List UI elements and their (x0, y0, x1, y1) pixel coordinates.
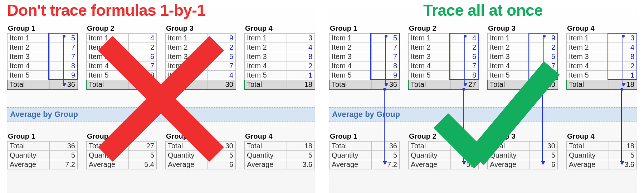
table-row: Item 35 (488, 52, 558, 61)
summary-quantity-value[interactable]: 5 (49, 151, 77, 160)
item-value-cell[interactable]: 5 (208, 52, 235, 61)
summary-average-value[interactable]: 7.2 (49, 160, 77, 169)
panel-right: Trace all at once Group 1Item 15Item 27I… (322, 0, 644, 193)
item-label: Item 2 (567, 43, 609, 52)
table-row: Item 37 (8, 52, 78, 61)
summary-quantity-value[interactable]: 5 (208, 151, 235, 160)
group-block: Group 3Item 19Item 22Item 35Item 47Item … (487, 24, 558, 89)
summary-block: Group 2Total27Quantity5Average5.4 (408, 132, 479, 169)
group-title: Group 4 (244, 24, 315, 33)
item-value-cell[interactable]: 9 (208, 34, 235, 43)
summary-average-value[interactable]: 5.4 (128, 160, 156, 169)
summary-total-value[interactable]: 36 (371, 142, 399, 151)
table-row: Item 19 (488, 34, 558, 43)
summary-quantity-value[interactable]: 5 (128, 151, 156, 160)
item-label: Item 2 (87, 43, 129, 52)
table-row: Item 47 (166, 61, 236, 71)
summary-average-value[interactable]: 3.6 (287, 160, 314, 169)
summary-total-value[interactable]: 30 (208, 142, 235, 151)
group-table: Item 13Item 24Item 38Item 42Item 51Total… (244, 33, 315, 89)
summary-total-value[interactable]: 18 (287, 142, 314, 151)
item-value-cell[interactable]: 8 (128, 71, 156, 80)
item-value-cell[interactable]: 2 (128, 43, 156, 52)
group-title: Group 1 (329, 24, 400, 33)
total-label: Total (245, 80, 287, 89)
total-label: Total (330, 80, 372, 89)
summary-title: Group 2 (408, 132, 479, 141)
item-value-cell[interactable]: 4 (128, 34, 156, 43)
summary-total-value[interactable]: 18 (609, 142, 636, 151)
trace-dependent-arrow-icon (542, 89, 543, 164)
summary-total-value[interactable]: 30 (530, 142, 557, 151)
item-label: Item 2 (166, 43, 208, 52)
summary-block: Group 4Total18Quantity5Average3.6 (566, 132, 637, 169)
summary-quantity-value[interactable]: 5 (287, 151, 314, 160)
summary-table: Total27Quantity5Average5.4 (408, 141, 479, 169)
summary-quantity-value[interactable]: 5 (371, 151, 399, 160)
summary-total-value[interactable]: 36 (49, 142, 77, 151)
table-row: Item 19 (166, 34, 236, 43)
table-row: Average6 (166, 160, 236, 169)
item-label: Item 4 (166, 61, 208, 71)
trace-arrow-icon (63, 36, 64, 86)
table-row: Item 14 (409, 34, 479, 43)
item-label: Item 4 (245, 61, 287, 71)
item-label: Item 3 (488, 52, 530, 61)
summary-average-label: Average (166, 160, 208, 169)
summary-average-label: Average (488, 160, 530, 169)
table-row: Item 54 (166, 71, 236, 80)
item-value-cell[interactable]: 8 (287, 52, 314, 61)
summary-total-value[interactable]: 27 (128, 142, 156, 151)
summary-total-value[interactable]: 27 (450, 142, 478, 151)
item-value-cell[interactable]: 2 (287, 61, 314, 71)
table-row: Quantity5 (166, 151, 236, 160)
item-value-cell[interactable]: 2 (208, 43, 235, 52)
summary-quantity-value[interactable]: 5 (530, 151, 557, 160)
table-row: Item 48 (330, 61, 400, 71)
item-label: Item 1 (567, 34, 609, 43)
group-title: Group 3 (487, 24, 558, 33)
total-value-cell[interactable]: 18 (287, 80, 314, 89)
total-label: Total (166, 80, 208, 89)
item-label: Item 1 (488, 34, 530, 43)
total-value-cell[interactable]: 27 (128, 80, 156, 89)
table-row: Item 58 (409, 71, 479, 80)
summary-quantity-label: Quantity (8, 151, 50, 160)
table-row: Average6 (488, 160, 558, 169)
summary-block: Group 1Total36Quantity5Average7.2 (7, 132, 78, 169)
summary-quantity-value[interactable]: 5 (450, 151, 478, 160)
table-row: Item 47 (409, 61, 479, 71)
total-row: Total36 (330, 80, 400, 89)
table-row: Quantity5 (409, 151, 479, 160)
total-row: Total30 (488, 80, 558, 89)
item-value-cell[interactable]: 1 (287, 71, 314, 80)
summary-average-label: Average (409, 160, 451, 169)
group-title: Group 3 (165, 24, 236, 33)
total-value-cell[interactable]: 30 (208, 80, 235, 89)
item-label: Item 2 (409, 43, 451, 52)
item-value-cell[interactable]: 7 (208, 61, 235, 71)
summary-average-value[interactable]: 6 (208, 160, 235, 169)
table-row: Item 24 (567, 43, 637, 52)
total-label: Total (409, 80, 451, 89)
table-row: Item 15 (330, 34, 400, 43)
item-label: Item 1 (87, 34, 129, 43)
item-value-cell[interactable]: 3 (287, 34, 314, 43)
table-row: Item 22 (488, 43, 558, 52)
summary-quantity-value[interactable]: 5 (609, 151, 636, 160)
table-row: Total27 (87, 142, 157, 151)
item-label: Item 5 (166, 71, 208, 80)
table-row: Item 47 (87, 61, 157, 71)
item-value-cell[interactable]: 6 (128, 52, 156, 61)
item-value-cell[interactable]: 7 (128, 61, 156, 71)
item-label: Item 3 (8, 52, 50, 61)
panel-right-inner: Trace all at once Group 1Item 15Item 27I… (329, 0, 637, 193)
table-row: Item 35 (166, 52, 236, 61)
summary-title: Group 1 (329, 132, 400, 141)
item-value-cell[interactable]: 4 (208, 71, 235, 80)
average-by-group-band-left: Average by Group (7, 107, 315, 122)
item-label: Item 1 (166, 34, 208, 43)
summary-quantity-label: Quantity (409, 151, 451, 160)
item-value-cell[interactable]: 4 (287, 43, 314, 52)
group-table: Item 13Item 24Item 38Item 42Item 51Total… (566, 33, 637, 89)
